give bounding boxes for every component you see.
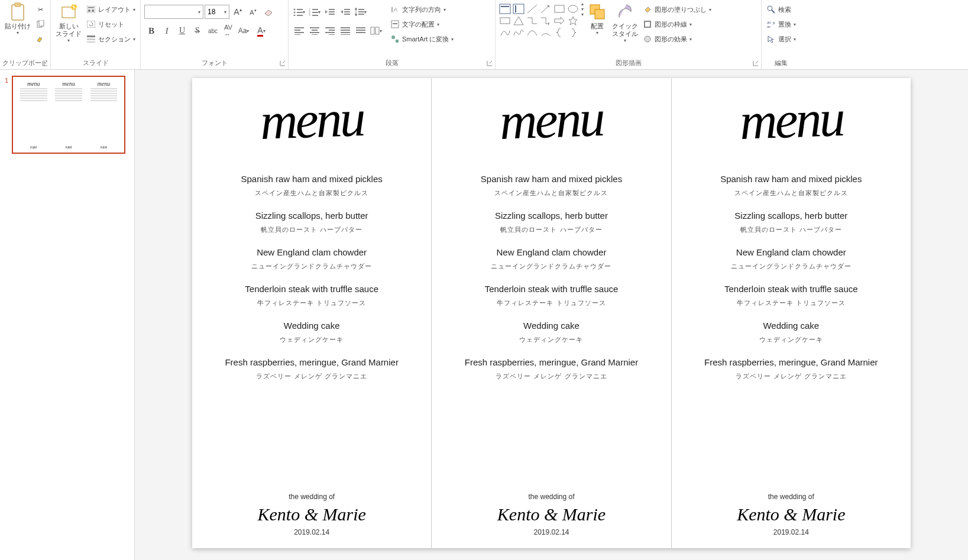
shape-line-icon[interactable] [526,4,538,14]
shape-outline-button[interactable]: 図形の枠線▾ [640,17,714,31]
shapes-gallery[interactable] [498,1,580,40]
shape-arrow-right-icon[interactable] [553,15,565,26]
shape-triangle-icon[interactable] [513,15,525,26]
date-label[interactable]: 2019.02.14 [773,528,809,536]
date-label[interactable]: 2019.02.14 [533,528,569,536]
menu-item-en[interactable]: Spanish raw ham and mixed pickles [481,174,622,184]
replace-button[interactable]: abac置換▾ [764,17,798,31]
reset-button[interactable]: リセット [84,17,138,31]
menu-item-en[interactable]: Sizzling scallops, herb butter [495,211,608,221]
menu-title[interactable]: menu [739,100,843,140]
menu-item-en[interactable]: Wedding cake [763,321,819,331]
shape-freeform-icon[interactable] [499,27,511,38]
shape-star-icon[interactable] [567,15,579,26]
menu-item-ja[interactable]: ラズベリー メレンゲ グランマニエ [736,372,847,381]
shape-effects-button[interactable]: 図形の効果▾ [640,32,714,46]
bullets-button[interactable]: ▾ [292,5,306,19]
menu-item-en[interactable]: Tenderloin steak with truffle sauce [245,284,378,294]
shape-arrow-icon[interactable] [540,4,552,14]
arrange-button[interactable]: 配置 ▾ [585,1,610,37]
names-label[interactable]: Kento & Marie [737,504,845,525]
wedding-of-label[interactable]: the wedding of [768,493,814,501]
slide-thumbnail-item[interactable]: 1 menuK&M menuK&M menuK&M [5,76,130,154]
quick-styles-button[interactable]: クイック スタイル ▾ [610,1,640,45]
dialog-launcher-icon[interactable] [752,59,760,67]
strikethrough-button[interactable]: S̶ [190,24,205,38]
menu-item-en[interactable]: Fresh raspberries, meringue, Grand Marni… [465,357,638,367]
menu-item-en[interactable]: Wedding cake [523,321,579,331]
increase-indent-button[interactable] [338,5,352,19]
dialog-launcher-icon[interactable] [279,59,287,67]
dialog-launcher-icon[interactable] [485,59,494,67]
decrease-font-button[interactable]: A▾ [246,5,260,19]
menu-item-ja[interactable]: 帆立貝のロースト ハーブバター [740,225,842,234]
shape-arc-icon[interactable] [540,27,552,38]
select-button[interactable]: 選択▾ [764,32,798,46]
chevron-up-icon[interactable]: ▴ [581,1,584,7]
shape-oval-icon[interactable] [567,4,579,14]
font-color-button[interactable]: A▾ [252,24,271,38]
menu-item-ja[interactable]: 帆立貝のロースト ハーブバター [261,225,362,234]
menu-item-ja[interactable]: ウェディングケーキ [519,335,583,344]
format-painter-button[interactable] [33,32,47,46]
slide-canvas[interactable]: menuSpanish raw ham and mixed picklesスペイ… [192,78,911,548]
menu-item-ja[interactable]: スペイン産生ハムと自家製ピクルス [494,189,608,198]
shape-textbox-icon[interactable] [499,4,511,14]
shape-rect-icon[interactable] [553,4,565,14]
smartart-button[interactable]: SmartArt に変換▾ [388,32,456,46]
cut-button[interactable]: ✂ [33,2,47,17]
menu-item-ja[interactable]: 帆立貝のロースト ハーブバター [500,225,602,234]
shape-elbow-icon[interactable] [526,15,538,26]
align-center-button[interactable] [307,24,322,38]
menu-item-ja[interactable]: スペイン産生ハムと自家製ピクルス [734,189,848,198]
distribute-button[interactable] [354,24,368,38]
change-case-button[interactable]: Aa▾ [237,24,251,38]
menu-item-en[interactable]: New England clam chowder [257,247,367,257]
menu-item-en[interactable]: Wedding cake [284,321,340,331]
menu-title[interactable]: menu [499,100,604,140]
align-left-button[interactable] [292,24,306,38]
menu-item-ja[interactable]: ウェディングケーキ [759,335,823,344]
line-spacing-button[interactable]: ▾ [354,5,368,19]
new-slide-button[interactable]: 新しい スライド ▾ [53,1,84,45]
shape-vertical-textbox-icon[interactable] [513,4,525,14]
clear-format-button[interactable] [261,5,276,19]
menu-item-en[interactable]: Spanish raw ham and mixed pickles [241,174,383,184]
menu-item-en[interactable]: Tenderloin steak with truffle sauce [485,284,619,294]
menu-item-ja[interactable]: ニューイングランドクラムチャウダー [491,262,611,271]
menu-item-ja[interactable]: 牛フィレステーキ トリュフソース [497,299,606,307]
menu-item-en[interactable]: Fresh raspberries, meringue, Grand Marni… [704,357,878,367]
text-shadow-button[interactable]: abc [206,24,220,38]
shape-brace-right-icon[interactable] [567,27,579,38]
menu-item-ja[interactable]: ニューイングランドクラムチャウダー [251,262,372,271]
names-label[interactable]: Kento & Marie [497,504,606,525]
layout-button[interactable]: レイアウト▾ [84,2,138,17]
menu-item-en[interactable]: Sizzling scallops, herb butter [255,211,368,221]
menu-item-ja[interactable]: 牛フィレステーキ トリュフソース [257,299,366,307]
menu-item-en[interactable]: Sizzling scallops, herb butter [734,211,847,221]
shape-fill-button[interactable]: 図形の塗りつぶし▾ [640,2,714,17]
slide-thumbnail[interactable]: menuK&M menuK&M menuK&M [12,76,125,154]
wedding-of-label[interactable]: the wedding of [289,493,335,501]
shape-curve-icon[interactable] [526,27,538,38]
menu-item-en[interactable]: New England clam chowder [736,247,846,257]
dialog-launcher-icon[interactable] [41,59,49,67]
date-label[interactable]: 2019.02.14 [294,528,329,536]
italic-button[interactable]: I [160,24,174,38]
text-direction-button[interactable]: ‖A文字列の方向▾ [388,2,456,17]
menu-item-ja[interactable]: ラズベリー メレンゲ グランマニエ [496,372,607,381]
menu-item-en[interactable]: New England clam chowder [497,247,607,257]
copy-button[interactable] [33,17,47,31]
shape-rect2-icon[interactable] [499,15,511,26]
menu-item-en[interactable]: Spanish raw ham and mixed pickles [720,174,862,184]
align-right-button[interactable] [323,24,337,38]
menu-item-en[interactable]: Tenderloin steak with truffle sauce [724,284,858,294]
increase-font-button[interactable]: A▴ [231,5,245,19]
underline-button[interactable]: U [175,24,189,38]
paste-button[interactable]: 貼り付け ▾ [2,1,33,37]
chevron-down-icon[interactable]: ▾ [581,7,584,12]
shape-scribble-icon[interactable] [513,27,525,38]
menu-title[interactable]: menu [260,100,364,140]
shape-connector-icon[interactable] [540,15,552,26]
menu-item-ja[interactable]: ラズベリー メレンゲ グランマニエ [256,372,367,381]
